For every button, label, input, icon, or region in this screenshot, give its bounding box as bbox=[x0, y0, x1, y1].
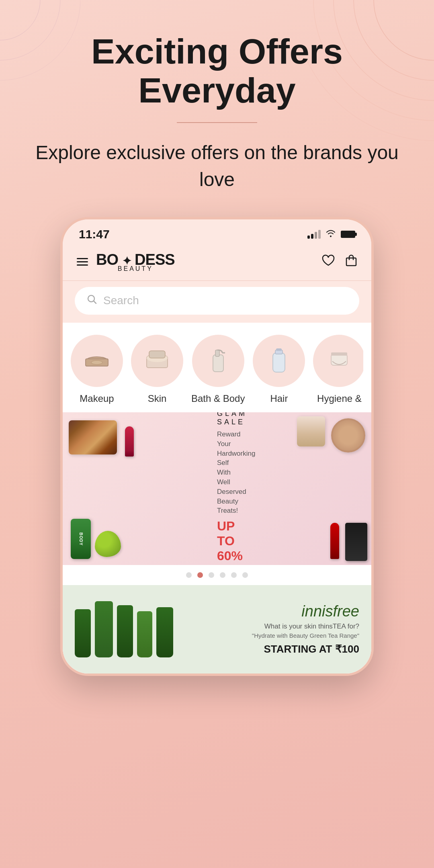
bottle-3 bbox=[117, 605, 133, 657]
svg-rect-22 bbox=[331, 354, 347, 365]
bottle-4 bbox=[137, 611, 152, 657]
bottle-1 bbox=[75, 609, 91, 657]
bottle-2 bbox=[95, 601, 113, 657]
categories-section: Makeup Skin bbox=[63, 323, 371, 412]
dot-5[interactable] bbox=[231, 572, 237, 578]
face-scrub-right bbox=[345, 523, 367, 561]
avocado bbox=[95, 531, 121, 557]
search-bar[interactable]: Search bbox=[75, 287, 359, 315]
phone-wrapper: 11:47 bbox=[0, 209, 434, 676]
dot-4[interactable] bbox=[220, 572, 225, 578]
cart-icon[interactable] bbox=[345, 254, 357, 270]
dot-6[interactable] bbox=[242, 572, 248, 578]
eyeshadow-palette bbox=[69, 420, 117, 454]
green-bottle-left: BODY bbox=[71, 519, 91, 559]
category-hair[interactable]: Hair bbox=[253, 335, 305, 404]
hero-divider bbox=[177, 122, 257, 123]
category-circle-bath bbox=[192, 335, 244, 387]
svg-rect-21 bbox=[276, 348, 282, 351]
status-bar: 11:47 bbox=[63, 219, 371, 245]
category-circle-hygiene bbox=[313, 335, 363, 387]
hero-section: Exciting Offers Everyday Explore exclusi… bbox=[0, 0, 434, 209]
category-label-hair: Hair bbox=[270, 393, 288, 404]
category-circle-hair bbox=[253, 335, 305, 387]
category-label-makeup: Makeup bbox=[80, 393, 114, 404]
mascara-right bbox=[330, 523, 339, 559]
bottle-5 bbox=[156, 607, 173, 657]
svg-rect-19 bbox=[273, 353, 285, 372]
wifi-icon bbox=[326, 229, 336, 240]
app-header: BO ✦ DESS BEAUTY bbox=[63, 245, 371, 281]
innisfree-section: innisfree What is your skin thinsTEA for… bbox=[63, 585, 371, 674]
battery-icon bbox=[341, 231, 355, 238]
app-logo: BO ✦ DESS BEAUTY bbox=[96, 251, 175, 272]
signal-icon bbox=[307, 230, 321, 239]
menu-button[interactable] bbox=[77, 258, 88, 266]
dot-2[interactable] bbox=[197, 572, 203, 578]
innisfree-products bbox=[75, 601, 173, 657]
svg-rect-18 bbox=[215, 350, 219, 356]
wishlist-icon[interactable] bbox=[321, 254, 335, 269]
header-right bbox=[321, 254, 357, 270]
phone-mockup: 11:47 bbox=[60, 217, 374, 676]
category-circle-makeup bbox=[71, 335, 123, 387]
banner-dots bbox=[63, 565, 371, 585]
svg-rect-16 bbox=[149, 351, 165, 358]
innisfree-info: innisfree What is your skin thinsTEA for… bbox=[181, 603, 359, 655]
category-bath-body[interactable]: Bath & Body bbox=[191, 335, 245, 404]
innisfree-price: STARTING AT ₹100 bbox=[181, 643, 359, 655]
category-label-skin: Skin bbox=[148, 393, 167, 404]
category-circle-skin bbox=[131, 335, 183, 387]
header-left: BO ✦ DESS BEAUTY bbox=[77, 251, 175, 272]
status-time: 11:47 bbox=[79, 227, 110, 241]
innisfree-subtitle: "Hydrate with Beauty Green Tea Range" bbox=[181, 632, 359, 639]
svg-point-12 bbox=[91, 360, 102, 364]
category-label-bath: Bath & Body bbox=[191, 393, 245, 404]
category-hygiene[interactable]: Hygiene & bbox=[313, 335, 363, 404]
svg-rect-23 bbox=[331, 352, 347, 356]
search-section: Search bbox=[63, 281, 371, 323]
svg-rect-17 bbox=[213, 355, 223, 372]
app-content: Makeup Skin bbox=[63, 323, 371, 674]
innisfree-brand: innisfree bbox=[181, 603, 359, 620]
banner-section: BODY PAY|DAY GLAM SALE bbox=[63, 412, 371, 565]
category-makeup[interactable]: Makeup bbox=[71, 335, 123, 404]
search-placeholder: Search bbox=[103, 294, 139, 307]
dot-1[interactable] bbox=[186, 572, 192, 578]
hero-title: Exciting Offers Everyday bbox=[24, 32, 410, 110]
status-icons bbox=[307, 229, 355, 240]
category-label-hygiene: Hygiene & bbox=[317, 393, 362, 404]
innisfree-tagline: What is your skin thinsTEA for? bbox=[181, 622, 359, 631]
category-skin[interactable]: Skin bbox=[131, 335, 183, 404]
dot-3[interactable] bbox=[209, 572, 214, 578]
compact-right bbox=[331, 418, 365, 452]
svg-rect-8 bbox=[346, 258, 356, 266]
hero-subtitle: Explore exclusive offers on the brands y… bbox=[24, 139, 410, 193]
banner-center: PAY|DAY GLAM SALE Reward Your Hardworkin… bbox=[129, 412, 305, 565]
categories-row: Makeup Skin bbox=[71, 335, 363, 404]
search-icon bbox=[87, 294, 97, 307]
